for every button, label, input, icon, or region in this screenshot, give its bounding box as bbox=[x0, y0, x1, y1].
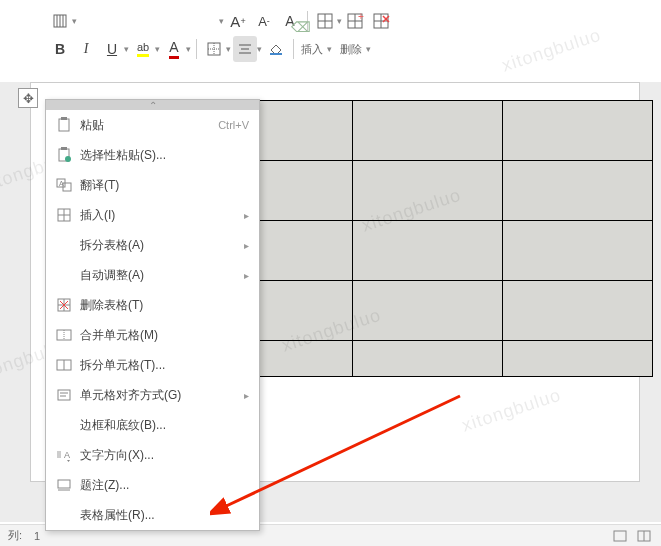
svg-rect-23 bbox=[59, 119, 69, 131]
highlight-button[interactable]: ab bbox=[131, 36, 155, 62]
menu-item-label: 插入(I) bbox=[80, 207, 241, 224]
dropdown-arrow-icon[interactable]: ▾ bbox=[72, 16, 77, 26]
context-menu: ⌃ 粘贴Ctrl+V选择性粘贴(S)...A翻译(T)插入(I)▸拆分表格(A)… bbox=[45, 99, 260, 531]
submenu-arrow-icon: ▸ bbox=[244, 270, 249, 281]
translate-icon: A bbox=[54, 176, 74, 194]
svg-text:+: + bbox=[358, 13, 364, 22]
submenu-arrow-icon: ▸ bbox=[244, 240, 249, 251]
context-menu-item[interactable]: 题注(Z)... bbox=[46, 470, 259, 500]
menu-item-label: 拆分单元格(T)... bbox=[80, 357, 249, 374]
clear-format-button[interactable]: A⌫ bbox=[278, 8, 302, 34]
svg-text:ll: ll bbox=[57, 450, 61, 460]
context-menu-item[interactable]: 拆分单元格(T)... bbox=[46, 350, 259, 380]
svg-rect-51 bbox=[614, 531, 626, 541]
align-button[interactable] bbox=[233, 36, 257, 62]
dropdown-arrow-icon[interactable]: ▾ bbox=[226, 44, 231, 54]
menu-item-label: 删除表格(T) bbox=[80, 297, 249, 314]
status-col-label: 列: bbox=[8, 528, 22, 543]
menu-item-shortcut: Ctrl+V bbox=[218, 119, 249, 131]
blank-icon bbox=[54, 236, 74, 254]
caption-icon bbox=[54, 476, 74, 494]
formatting-toolbar: ▾ ▾ A+ A- A⌫ ▾ + B I U ▾ ab ▾ A ▾ ▾ ▾ 插入… bbox=[48, 8, 394, 62]
context-menu-item[interactable]: 拆分表格(A)▸ bbox=[46, 230, 259, 260]
menu-item-label: 文字方向(X)... bbox=[80, 447, 249, 464]
delete-table-icon bbox=[54, 296, 74, 314]
dropdown-arrow-icon[interactable]: ▾ bbox=[219, 16, 224, 26]
submenu-arrow-icon: ▸ bbox=[244, 210, 249, 221]
menu-item-label: 边框和底纹(B)... bbox=[80, 417, 249, 434]
separator bbox=[293, 39, 294, 59]
dropdown-arrow-icon[interactable]: ▾ bbox=[366, 44, 371, 54]
context-menu-item[interactable]: 插入(I)▸ bbox=[46, 200, 259, 230]
ruler-button[interactable] bbox=[48, 8, 72, 34]
svg-text:A: A bbox=[59, 180, 64, 187]
toolbar-row-1: ▾ ▾ A+ A- A⌫ ▾ + bbox=[48, 8, 394, 34]
context-menu-item[interactable]: 合并单元格(M) bbox=[46, 320, 259, 350]
text-direction-icon: llA bbox=[54, 446, 74, 464]
font-grow-label: A bbox=[230, 13, 240, 30]
context-menu-item[interactable]: 单元格对齐方式(G)▸ bbox=[46, 380, 259, 410]
blank-icon bbox=[54, 266, 74, 284]
split-cells-icon bbox=[54, 356, 74, 374]
blank-icon bbox=[54, 506, 74, 524]
menu-item-label: 合并单元格(M) bbox=[80, 327, 249, 344]
watermark: xitongbuluo bbox=[499, 25, 604, 77]
context-menu-item[interactable]: 自动调整(A)▸ bbox=[46, 260, 259, 290]
font-color-button[interactable]: A bbox=[162, 36, 186, 62]
context-menu-item[interactable]: A翻译(T) bbox=[46, 170, 259, 200]
font-shrink-button[interactable]: A- bbox=[252, 8, 276, 34]
italic-button[interactable]: I bbox=[74, 36, 98, 62]
svg-rect-26 bbox=[61, 147, 67, 150]
menu-item-label: 题注(Z)... bbox=[80, 477, 249, 494]
font-shrink-label: A bbox=[258, 14, 267, 29]
context-menu-item[interactable]: 粘贴Ctrl+V bbox=[46, 110, 259, 140]
insert-group-label[interactable]: 插入 bbox=[301, 42, 323, 57]
dropdown-arrow-icon[interactable]: ▾ bbox=[327, 44, 332, 54]
separator bbox=[196, 39, 197, 59]
menu-item-label: 表格属性(R)... bbox=[80, 507, 249, 524]
dropdown-arrow-icon[interactable]: ▾ bbox=[186, 44, 191, 54]
dropdown-arrow-icon[interactable]: ▾ bbox=[155, 44, 160, 54]
fill-button[interactable] bbox=[264, 36, 288, 62]
context-menu-item[interactable]: 选择性粘贴(S)... bbox=[46, 140, 259, 170]
table-insert-button[interactable]: + bbox=[344, 8, 368, 34]
context-menu-item[interactable]: 表格属性(R)... bbox=[46, 500, 259, 530]
table-grid-button[interactable] bbox=[313, 8, 337, 34]
table-delete-button[interactable] bbox=[370, 8, 394, 34]
status-right-icons bbox=[611, 528, 653, 544]
table-move-handle-icon[interactable]: ✥ bbox=[18, 88, 38, 108]
menu-item-label: 拆分表格(A) bbox=[80, 237, 241, 254]
view-icon[interactable] bbox=[611, 528, 629, 544]
menu-item-label: 选择性粘贴(S)... bbox=[80, 147, 249, 164]
context-menu-item[interactable]: 边框和底纹(B)... bbox=[46, 410, 259, 440]
svg-point-27 bbox=[65, 156, 71, 162]
svg-rect-24 bbox=[61, 117, 67, 120]
dropdown-arrow-icon[interactable]: ▾ bbox=[257, 44, 262, 54]
delete-group-label[interactable]: 删除 bbox=[340, 42, 362, 57]
dropdown-arrow-icon[interactable]: ▾ bbox=[124, 44, 129, 54]
blank-icon bbox=[54, 416, 74, 434]
svg-rect-43 bbox=[58, 390, 70, 400]
context-menu-handle[interactable]: ⌃ bbox=[46, 100, 259, 110]
svg-rect-48 bbox=[58, 480, 70, 488]
bold-button[interactable]: B bbox=[48, 36, 72, 62]
status-col-value: 1 bbox=[34, 530, 40, 542]
context-menu-item[interactable]: llA文字方向(X)... bbox=[46, 440, 259, 470]
submenu-arrow-icon: ▸ bbox=[244, 390, 249, 401]
underline-button[interactable]: U bbox=[100, 36, 124, 62]
menu-item-label: 粘贴 bbox=[80, 117, 218, 134]
paste-special-icon bbox=[54, 146, 74, 164]
toolbar-row-2: B I U ▾ ab ▾ A ▾ ▾ ▾ 插入 ▾ 删除 ▾ bbox=[48, 36, 394, 62]
font-grow-button[interactable]: A+ bbox=[226, 8, 250, 34]
svg-text:A: A bbox=[64, 450, 70, 460]
view-icon[interactable] bbox=[635, 528, 653, 544]
merge-cells-icon bbox=[54, 326, 74, 344]
context-menu-item[interactable]: 删除表格(T) bbox=[46, 290, 259, 320]
menu-item-label: 单元格对齐方式(G) bbox=[80, 387, 241, 404]
borders-button[interactable] bbox=[202, 36, 226, 62]
dropdown-arrow-icon[interactable]: ▾ bbox=[337, 16, 342, 26]
menu-item-label: 自动调整(A) bbox=[80, 267, 241, 284]
menu-item-label: 翻译(T) bbox=[80, 177, 249, 194]
cell-align-icon bbox=[54, 386, 74, 404]
insert-table-icon bbox=[54, 206, 74, 224]
